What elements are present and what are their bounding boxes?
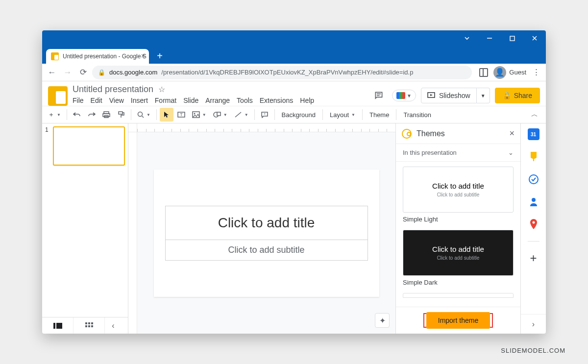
menu-help[interactable]: Help	[300, 97, 314, 104]
app-body: 1 ‹	[42, 123, 546, 334]
print-button[interactable]	[99, 108, 113, 121]
share-button[interactable]: 🔒 Share	[495, 88, 540, 103]
menu-format[interactable]: Format	[155, 97, 176, 104]
separator	[67, 109, 67, 120]
svg-rect-23	[91, 322, 93, 324]
nav-back-button[interactable]: ←	[45, 66, 59, 79]
browser-tab[interactable]: Untitled presentation - Google S ×	[46, 49, 149, 64]
svg-text:+: +	[263, 112, 266, 116]
theme-card-simple-dark[interactable]: Click to add title Click to add subtitle	[403, 230, 514, 276]
paint-format-button[interactable]	[114, 108, 128, 121]
menu-edit[interactable]: Edit	[91, 97, 102, 104]
theme-card-title: Click to add title	[408, 245, 508, 253]
share-label: Share	[514, 92, 532, 99]
separator	[362, 109, 363, 120]
svg-rect-8	[119, 112, 122, 114]
tab-close-icon[interactable]: ×	[141, 52, 145, 59]
slideshow-dropdown[interactable]: ▼	[477, 88, 490, 103]
toolbar-collapse-icon[interactable]: ︿	[526, 110, 543, 119]
comments-icon[interactable]	[370, 87, 387, 104]
window-chevron-icon[interactable]	[456, 30, 478, 46]
rail-collapse-icon[interactable]: ›	[521, 314, 546, 334]
redo-button[interactable]	[85, 108, 98, 121]
url-domain: docs.google.com	[109, 69, 157, 76]
svg-rect-16	[217, 112, 220, 116]
themes-section-label: In this presentation	[403, 149, 457, 156]
tasks-icon[interactable]	[528, 173, 539, 185]
menu-view[interactable]: View	[109, 97, 124, 104]
profile-button[interactable]: 👤 Guest	[493, 66, 526, 79]
view-bar: ‹	[42, 317, 128, 334]
comment-tool[interactable]: +	[258, 108, 271, 121]
document-title[interactable]: Untitled presentation	[73, 84, 153, 95]
theme-card-title: Click to add title	[408, 182, 508, 190]
maps-icon[interactable]	[528, 218, 539, 230]
filmstrip-view-button[interactable]	[42, 317, 74, 334]
theme-button[interactable]: Theme	[366, 108, 393, 121]
slide[interactable]: Click to add title Click to add subtitle	[154, 170, 379, 297]
kebab-menu-button[interactable]: ⋮	[529, 66, 543, 79]
background-button[interactable]: Background	[278, 108, 319, 121]
undo-button[interactable]	[70, 108, 84, 121]
svg-rect-19	[53, 323, 55, 329]
select-tool[interactable]	[160, 108, 173, 121]
browser-window: Untitled presentation - Google S × + ← →…	[42, 30, 546, 334]
calendar-icon[interactable]: 31	[528, 128, 539, 140]
window-maximize-button[interactable]	[501, 30, 523, 46]
nav-reload-button[interactable]: ⟳	[76, 66, 90, 79]
svg-rect-1	[510, 36, 514, 41]
contacts-icon[interactable]	[528, 196, 539, 208]
svg-rect-25	[88, 325, 90, 327]
theme-card-simple-light[interactable]: Click to add title Click to add subtitle	[403, 167, 514, 213]
menu-arrange[interactable]: Arrange	[205, 97, 230, 104]
transition-button[interactable]: Transition	[399, 108, 435, 121]
nav-forward-button[interactable]: →	[61, 66, 74, 79]
canvas[interactable]: Click to add title Click to add subtitle…	[137, 132, 395, 334]
zoom-button[interactable]: ▼	[134, 108, 153, 121]
svg-point-28	[529, 175, 538, 184]
menu-tools[interactable]: Tools	[237, 97, 253, 104]
meet-button[interactable]: ▼	[392, 90, 416, 101]
themes-panel: Themes × In this presentation ⌄ Click to…	[395, 123, 520, 334]
new-slide-button[interactable]: ＋▼	[45, 108, 64, 121]
svg-point-29	[532, 198, 536, 202]
line-tool[interactable]: ▼	[231, 108, 251, 121]
shape-tool[interactable]: ▼	[210, 108, 230, 121]
addons-button[interactable]: +	[528, 252, 539, 264]
url-input[interactable]: 🔒 docs.google.com/presentation/d/1VkqDRE…	[92, 66, 472, 79]
explore-button[interactable]: ✦	[375, 313, 390, 328]
palette-icon	[402, 129, 412, 139]
url-path: /presentation/d/1VkqDREBJFB9lOlXOTpEUxio…	[161, 69, 413, 76]
separator	[396, 109, 396, 120]
grid-view-button[interactable]	[74, 317, 105, 334]
chevron-down-icon: ⌄	[508, 149, 514, 156]
separator	[322, 109, 323, 120]
image-tool[interactable]: ▼	[189, 108, 209, 121]
new-tab-button[interactable]: +	[153, 49, 167, 63]
subtitle-placeholder[interactable]: Click to add subtitle	[165, 240, 368, 261]
window-minimize-button[interactable]	[478, 30, 501, 46]
import-theme-button[interactable]: Import theme	[426, 312, 490, 329]
title-placeholder[interactable]: Click to add title	[165, 206, 368, 240]
slide-thumbnail[interactable]	[53, 126, 125, 166]
guest-label: Guest	[509, 69, 526, 76]
panel-toggle-icon[interactable]	[477, 66, 490, 79]
menu-slide[interactable]: Slide	[183, 97, 198, 104]
menu-extensions[interactable]: Extensions	[260, 97, 293, 104]
window-close-button[interactable]	[523, 30, 546, 46]
menu-insert[interactable]: Insert	[131, 97, 148, 104]
textbox-tool[interactable]: T	[174, 108, 188, 121]
themes-close-button[interactable]: ×	[509, 128, 514, 139]
themes-section-toggle[interactable]: In this presentation ⌄	[396, 144, 520, 162]
svg-line-10	[142, 116, 144, 118]
slides-logo-icon[interactable]	[48, 86, 68, 106]
keep-icon[interactable]	[528, 151, 539, 163]
slideshow-button[interactable]: Slideshow	[421, 88, 477, 103]
svg-rect-27	[533, 159, 534, 161]
layout-button[interactable]: Layout▼	[326, 108, 359, 121]
menu-file[interactable]: File	[73, 97, 84, 104]
theme-name-label: Simple Light	[403, 216, 514, 223]
svg-rect-6	[103, 114, 110, 117]
star-icon[interactable]: ☆	[158, 85, 165, 94]
filmstrip-collapse-icon[interactable]: ‹	[105, 321, 122, 330]
